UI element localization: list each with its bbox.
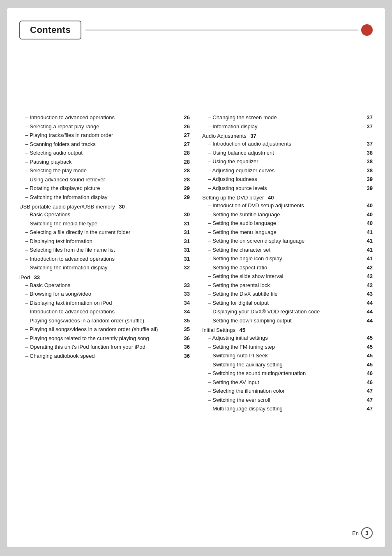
toc-item: – Playing songs related to the currently… [19, 334, 190, 343]
toc-dash: – [19, 193, 28, 202]
section-label: Initial Settings [202, 327, 235, 333]
section-label: Setting up the DVD player [202, 195, 264, 201]
toc-dash: – [19, 228, 28, 236]
toc-num: 38 [365, 167, 373, 175]
toc-dash: – [202, 167, 211, 175]
toc-num: 30 [182, 211, 190, 219]
toc-dash: – [19, 255, 28, 263]
toc-dash: – [202, 149, 211, 157]
toc-label: Switching the auxiliary setting [211, 361, 363, 369]
toc-label: Introduction to advanced operations [28, 308, 180, 316]
toc-num: 31 [182, 237, 190, 246]
toc-num: 42 [365, 272, 373, 280]
toc-item: – Introduction to advanced operations 34 [19, 308, 190, 316]
section-header: USB portable audio player/USB memory 30 [19, 204, 190, 210]
toc-label: Scanning folders and tracks [28, 140, 180, 148]
toc-item: – Introduction to advanced operations 26 [19, 114, 190, 122]
toc-label: Adjusting equalizer curves [211, 167, 363, 175]
toc-num: 33 [182, 281, 190, 290]
toc-dash: – [19, 246, 28, 254]
toc-dash: – [202, 387, 211, 395]
header-line [85, 30, 358, 30]
toc-num: 38 [365, 149, 373, 157]
toc-num: 45 [365, 352, 373, 360]
header: Contents [19, 21, 373, 39]
toc-num: 26 [182, 123, 190, 131]
toc-num: 45 [365, 361, 373, 369]
toc-label: Setting the angle icon display [211, 255, 363, 263]
toc-label: Changing audiobook speed [28, 352, 180, 360]
toc-num: 46 [365, 378, 373, 387]
toc-dash: – [19, 184, 28, 192]
toc-dash: – [19, 325, 28, 334]
toc-num: 34 [182, 299, 190, 307]
toc-num: 34 [182, 308, 190, 316]
footer: En 3 [352, 527, 373, 539]
toc-label: Playing all songs/videos in a random ord… [28, 325, 180, 334]
page-number-circle: 3 [361, 527, 373, 539]
toc-label: Rotating the displayed picture [28, 184, 180, 192]
toc-item: – Playing songs/videos in a random order… [19, 317, 190, 325]
toc-label: Adjusting initial settings [211, 334, 363, 342]
toc-item: – Displaying text information 31 [19, 237, 190, 246]
toc-dash: – [19, 290, 28, 298]
right-column: – Changing the screen mode 37 – Informat… [202, 114, 373, 414]
toc-item: – Operating this unit's iPod function fr… [19, 343, 190, 351]
toc-num: 29 [182, 184, 190, 192]
toc-label: Switching the information display [28, 264, 180, 272]
section-num: 37 [249, 133, 256, 139]
toc-item: – Setting the down sampling output 44 [202, 317, 373, 325]
toc-dash: – [202, 140, 211, 148]
toc-item: – Adjusting source levels 39 [202, 184, 373, 192]
toc-num: 31 [182, 255, 190, 263]
toc-item: – Selecting a repeat play range 26 [19, 123, 190, 131]
toc-label: Selecting audio output [28, 149, 180, 157]
toc-num: 28 [182, 176, 190, 184]
toc-item: – Setting the aspect ratio 42 [202, 264, 373, 272]
toc-num: 36 [182, 334, 190, 343]
toc-item: – Setting for digital output 44 [202, 299, 373, 307]
toc-num: 36 [182, 352, 190, 360]
toc-item: – Setting the character set 41 [202, 246, 373, 254]
section-header: iPod 33 [19, 274, 190, 280]
toc-dash: – [202, 317, 211, 325]
toc-num: 44 [365, 317, 373, 325]
toc-item: – Selecting the illumination color 47 [202, 387, 373, 395]
section-header: Setting up the DVD player 40 [202, 195, 373, 201]
toc-item: – Adjusting equalizer curves 38 [202, 167, 373, 175]
toc-label: Playing songs related to the currently p… [28, 334, 180, 343]
toc-num: 28 [182, 167, 190, 175]
toc-label: Browsing for a song/video [28, 290, 180, 298]
toc-label: Selecting files from the file name list [28, 246, 180, 254]
toc-item: – Using advanced sound retriever 28 [19, 176, 190, 184]
toc-dash: – [19, 220, 28, 228]
toc-dash: – [202, 211, 211, 219]
section-label: iPod [19, 274, 30, 280]
toc-item: – Displaying text information on iPod 34 [19, 299, 190, 307]
toc-dash: – [202, 175, 211, 183]
toc-dash: – [202, 272, 211, 280]
toc-dash: – [202, 184, 211, 192]
toc-label: Setting the slide show interval [211, 272, 363, 280]
toc-label: Setting the on screen display language [211, 237, 363, 245]
toc-dash: – [19, 114, 28, 122]
toc-dash: – [202, 343, 211, 351]
toc-label: Switching Auto PI Seek [211, 352, 363, 360]
toc-label: Adjusting loudness [211, 175, 363, 183]
toc-label: Setting the audio language [211, 219, 363, 227]
header-circle [361, 24, 373, 36]
toc-dash: – [202, 246, 211, 254]
toc-num: 31 [182, 246, 190, 254]
page-title: Contents [19, 21, 81, 39]
toc-dash: – [202, 405, 211, 413]
toc-label: Selecting a repeat play range [28, 123, 180, 131]
toc-num: 40 [365, 202, 373, 210]
toc-label: Using balance adjustment [211, 149, 363, 157]
toc-label: Selecting the play mode [28, 167, 180, 175]
toc-num: 47 [365, 396, 373, 404]
toc-label: Information display [211, 123, 363, 131]
toc-dash: – [202, 264, 211, 272]
toc-item: – Basic Operations 33 [19, 281, 190, 290]
toc-dash: – [202, 202, 211, 210]
toc-item: – Multi language display setting 47 [202, 405, 373, 413]
